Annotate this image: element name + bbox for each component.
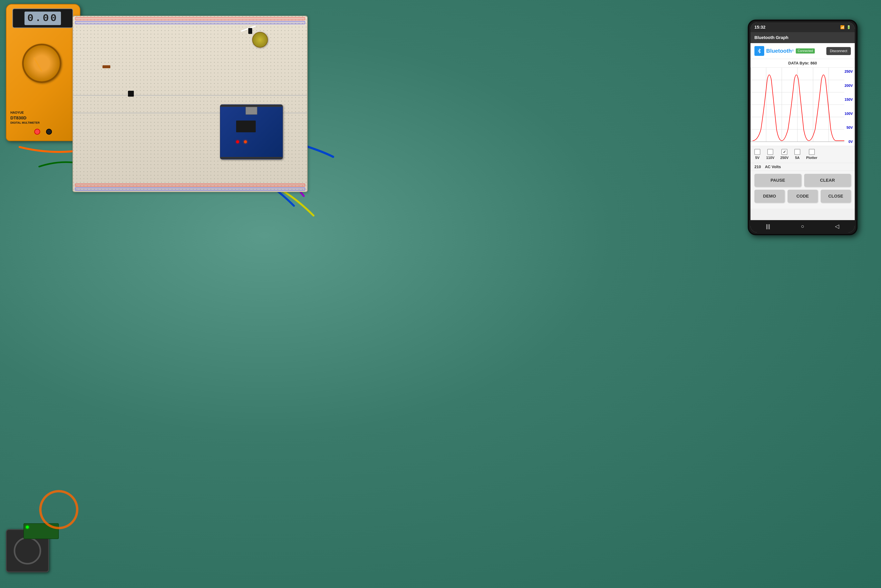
status-icons: 📶 🔋: [840, 25, 851, 29]
checkbox-5v-label: 5V: [755, 156, 760, 160]
arduino-board: [220, 105, 283, 159]
button-row-2: DEMO CODE CLOSE: [754, 190, 851, 202]
bluetooth-text: Bluetooth: [766, 48, 792, 54]
ic-chip: [236, 120, 256, 132]
checkbox-250v-box[interactable]: [781, 149, 787, 155]
graph-y-labels: 250V 200V 150V 100V 50V 0V: [845, 68, 853, 146]
probe-positive: [34, 129, 40, 135]
nav-home-button[interactable]: ○: [801, 223, 804, 230]
multimeter: 0.00 HAOYUE DT830D DIGITAL MULTIMETER: [6, 4, 80, 141]
bluetooth-logo-area: Bluetooth® Connected: [754, 46, 815, 56]
app-header: Bluetooth Graph: [751, 32, 855, 43]
multimeter-brand: HAOYUE: [10, 111, 40, 115]
pause-button[interactable]: PAUSE: [754, 174, 801, 187]
demo-button[interactable]: DEMO: [754, 190, 785, 202]
checkbox-250v-label: 250V: [780, 156, 788, 160]
status-bar: 15:32 📶 🔋: [751, 22, 855, 32]
checkboxes-row: 5V 110V 250V 5A Plotter: [751, 146, 855, 163]
battery-icon: 🔋: [847, 25, 851, 29]
mode-info: 210 AC Volts: [751, 163, 855, 171]
probe-negative: [46, 129, 52, 135]
disconnect-button[interactable]: Disconnect: [826, 47, 851, 55]
buttons-section: PAUSE CLEAR DEMO CODE CLOSE: [751, 171, 855, 208]
close-button[interactable]: CLOSE: [821, 190, 851, 202]
graph-svg: [751, 68, 855, 146]
status-time: 15:32: [754, 25, 766, 30]
graph-area: 250V 200V 150V 100V 50V 0V: [751, 68, 855, 146]
phone: 15:32 📶 🔋 Bluetooth Graph: [748, 20, 857, 235]
checkbox-5a-box[interactable]: [794, 149, 800, 155]
multimeter-dial: [22, 44, 61, 83]
data-info: DATA Byte: 860: [751, 59, 855, 68]
checkbox-110v-label: 110V: [766, 156, 775, 160]
bluetooth-brand: Bluetooth®: [766, 48, 794, 54]
nav-back-button[interactable]: ◁: [835, 223, 839, 230]
y-label-150: 150V: [845, 98, 853, 102]
transistor: [248, 28, 252, 34]
push-button: [128, 91, 134, 97]
led-red-1: [236, 140, 239, 143]
connected-badge: Connected: [796, 48, 815, 54]
checkbox-5v-box[interactable]: [754, 149, 760, 155]
clear-button[interactable]: CLEAR: [804, 174, 851, 187]
multimeter-type: DIGITAL MULTIMETER: [10, 121, 40, 125]
app-title: Bluetooth Graph: [754, 35, 788, 40]
pin-header-bottom: [220, 157, 282, 159]
checkbox-plotter[interactable]: Plotter: [806, 149, 817, 160]
multimeter-reading: 0.00: [24, 12, 61, 25]
checkbox-110v[interactable]: 110V: [766, 149, 775, 160]
resistor: [102, 65, 110, 68]
piezo-buzzer: [252, 32, 268, 48]
bluetooth-section: Bluetooth® Connected Disconnect: [751, 43, 855, 59]
code-button[interactable]: CODE: [788, 190, 818, 202]
checkbox-5a-label: 5A: [795, 156, 800, 160]
checkbox-5a[interactable]: 5A: [794, 149, 800, 160]
usb-connector: [246, 107, 257, 115]
checkbox-5v[interactable]: 5V: [754, 149, 760, 160]
wifi-icon: 📶: [840, 25, 845, 29]
bluetooth-trademark: ®: [792, 49, 794, 52]
multimeter-display: 0.00: [12, 8, 73, 28]
y-label-50: 50V: [845, 126, 853, 130]
bluetooth-icon: [754, 46, 764, 56]
led-red-2: [244, 140, 247, 143]
checkbox-plotter-box[interactable]: [809, 149, 815, 155]
mode-number: 210: [754, 165, 761, 169]
y-label-250: 250V: [845, 70, 853, 74]
green-led: [26, 526, 29, 529]
y-label-200: 200V: [845, 84, 853, 88]
checkbox-110v-box[interactable]: [767, 149, 773, 155]
checkbox-250v[interactable]: 250V: [780, 149, 788, 160]
phone-screen: 15:32 📶 🔋 Bluetooth Graph: [751, 22, 855, 232]
y-label-100: 100V: [845, 112, 853, 116]
phone-nav-bar: ||| ○ ◁: [751, 220, 855, 232]
multimeter-model: DT830D: [10, 115, 40, 121]
multimeter-label: HAOYUE DT830D DIGITAL MULTIMETER: [10, 111, 40, 125]
mode-text: AC Volts: [765, 165, 781, 169]
nav-recent-button[interactable]: |||: [766, 223, 770, 230]
breadboard: [72, 16, 308, 192]
button-row-1: PAUSE CLEAR: [754, 174, 851, 187]
checkbox-plotter-label: Plotter: [806, 156, 817, 160]
y-label-0: 0V: [845, 140, 853, 144]
pin-header-top: [220, 105, 282, 107]
